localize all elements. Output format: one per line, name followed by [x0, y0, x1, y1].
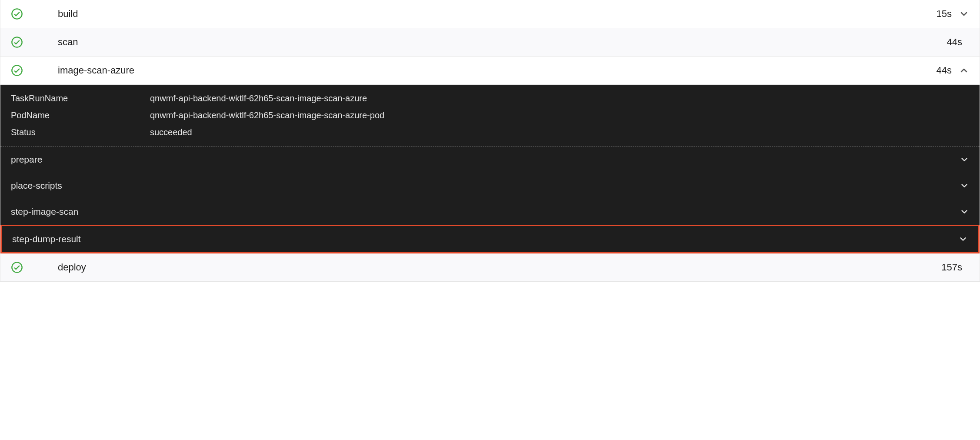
- step-name: step-image-scan: [11, 207, 78, 217]
- meta-key: Status: [11, 127, 150, 137]
- meta-key: PodName: [11, 110, 150, 120]
- task-row-scan[interactable]: scan 44s: [0, 28, 980, 57]
- task-list: build 15s scan 44s image-scan-azure 44s: [0, 0, 980, 282]
- meta-val: succeeded: [150, 127, 192, 137]
- task-row-image-scan-azure[interactable]: image-scan-azure 44s: [0, 57, 980, 85]
- svg-point-0: [12, 9, 22, 19]
- chevron-down-icon: [960, 181, 969, 190]
- chevron-down-icon: [960, 155, 969, 164]
- meta-row-podname: PodName qnwmf-api-backend-wktlf-62h65-sc…: [11, 107, 969, 124]
- task-name: scan: [58, 37, 947, 48]
- task-name: image-scan-azure: [58, 65, 937, 76]
- success-icon: [11, 64, 23, 77]
- task-duration: 157s: [941, 262, 962, 273]
- step-row-step-dump-result[interactable]: step-dump-result: [0, 225, 980, 253]
- chevron-down-icon: [960, 207, 969, 217]
- meta-val: qnwmf-api-backend-wktlf-62h65-scan-image…: [150, 93, 367, 103]
- chevron-up-icon: [959, 65, 969, 76]
- success-icon: [11, 36, 23, 48]
- task-duration: 44s: [937, 65, 952, 76]
- step-name: prepare: [11, 154, 42, 165]
- meta-row-status: Status succeeded: [11, 124, 969, 141]
- meta-val: qnwmf-api-backend-wktlf-62h65-scan-image…: [150, 110, 384, 120]
- svg-point-3: [12, 262, 22, 272]
- svg-point-1: [12, 37, 22, 47]
- task-details-panel: TaskRunName qnwmf-api-backend-wktlf-62h6…: [0, 85, 980, 253]
- chevron-down-icon: [958, 234, 968, 244]
- task-meta: TaskRunName qnwmf-api-backend-wktlf-62h6…: [0, 85, 980, 147]
- task-name: build: [58, 8, 937, 20]
- chevron-down-icon: [959, 9, 969, 19]
- task-row-build[interactable]: build 15s: [0, 0, 980, 28]
- meta-row-taskrunname: TaskRunName qnwmf-api-backend-wktlf-62h6…: [11, 90, 969, 107]
- task-name: deploy: [58, 262, 941, 273]
- step-name: place-scripts: [11, 180, 62, 191]
- task-duration: 15s: [937, 8, 952, 20]
- meta-key: TaskRunName: [11, 93, 150, 103]
- step-row-place-scripts[interactable]: place-scripts: [0, 173, 980, 199]
- success-icon: [11, 261, 23, 273]
- step-row-prepare[interactable]: prepare: [0, 147, 980, 173]
- success-icon: [11, 8, 23, 20]
- task-row-deploy[interactable]: deploy 157s: [0, 253, 980, 282]
- step-name: step-dump-result: [12, 234, 81, 244]
- step-row-step-image-scan[interactable]: step-image-scan: [0, 199, 980, 225]
- svg-point-2: [12, 65, 22, 75]
- task-duration: 44s: [947, 37, 962, 48]
